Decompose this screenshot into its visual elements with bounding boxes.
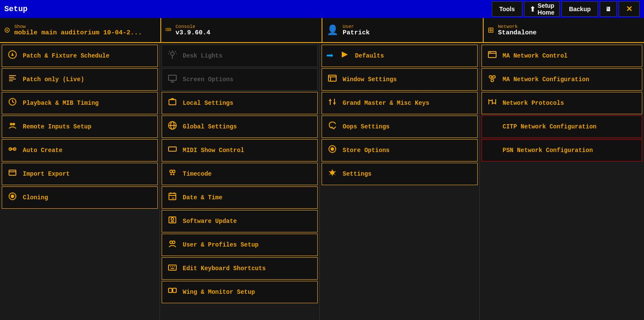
svg-marker-1 xyxy=(11,52,14,56)
local-settings-label: Local Settings xyxy=(183,100,233,107)
midi-show-control-button[interactable]: MIDI Show Control xyxy=(162,139,318,162)
patch-only-button[interactable]: Patch only (Live) xyxy=(2,68,158,91)
import-export-icon xyxy=(6,168,18,180)
window-settings-button[interactable]: Window Settings xyxy=(322,68,478,91)
user-cell: 👤 User Patrick xyxy=(322,18,484,42)
svg-rect-14 xyxy=(9,170,16,175)
timecode-icon xyxy=(166,168,178,180)
network-protocols-label: Network Protocols xyxy=(503,100,564,107)
keyboard-shortcuts-icon xyxy=(166,262,178,274)
grand-master-button[interactable]: Grand Master & Misc Keys xyxy=(322,92,478,114)
cloning-icon xyxy=(6,192,18,204)
oops-settings-button[interactable]: Oops Settings xyxy=(322,116,478,138)
info-bar: ⊙ Show mobile main auditorium 10-04-2...… xyxy=(0,18,644,43)
auto-create-icon xyxy=(6,144,18,156)
svg-point-41 xyxy=(173,174,175,175)
console-value: v3.9.60.4 xyxy=(175,29,210,37)
auto-create-label: Auto Create xyxy=(23,147,62,154)
svg-point-74 xyxy=(493,76,495,78)
user-profiles-icon xyxy=(166,239,178,251)
grand-master-icon xyxy=(326,97,338,109)
ma-network-control-label: MA Network Control xyxy=(503,52,567,59)
network-icon: ⊞ xyxy=(488,24,494,36)
network-protocols-icon xyxy=(486,97,498,109)
svg-marker-29 xyxy=(169,98,176,100)
main-grid: Patch & Fixture SchedulePatch only (Live… xyxy=(0,43,644,320)
psn-network-button[interactable]: PSN Network Configuration xyxy=(481,139,642,162)
svg-text:31: 31 xyxy=(172,197,175,200)
timecode-label: Timecode xyxy=(183,171,212,177)
column-4: MA Network ControlMA Network Configurati… xyxy=(480,43,644,320)
defaults-label: Defaults xyxy=(355,52,384,59)
global-settings-label: Global Settings xyxy=(183,123,237,130)
remote-inputs-icon xyxy=(6,121,18,133)
screen-options-icon xyxy=(166,73,178,85)
svg-point-75 xyxy=(491,79,494,82)
software-update-label: Software Update xyxy=(183,218,237,225)
svg-point-10 xyxy=(12,123,15,125)
global-settings-button[interactable]: Global Settings xyxy=(162,116,318,138)
citp-network-button[interactable]: CITP Network Configuration xyxy=(481,116,642,138)
playback-mib-button[interactable]: Playback & MIB Timing xyxy=(2,92,158,114)
cloning-label: Cloning xyxy=(23,194,48,201)
backup-button[interactable]: Backup xyxy=(561,1,598,17)
timecode-button[interactable]: Timecode xyxy=(162,163,318,185)
psn-network-label: PSN Network Configuration xyxy=(503,147,593,154)
desk-lights-button[interactable]: Desk Lights xyxy=(162,45,318,67)
ma-network-control-button[interactable]: MA Network Control xyxy=(481,45,642,67)
user-icon: 👤 xyxy=(327,24,338,36)
import-export-button[interactable]: Import Export xyxy=(2,163,158,185)
svg-line-23 xyxy=(169,51,170,52)
svg-point-18 xyxy=(171,52,174,55)
oops-settings-icon xyxy=(326,121,338,133)
show-cell: ⊙ Show mobile main auditorium 10-04-2... xyxy=(0,18,161,42)
svg-point-39 xyxy=(172,170,175,173)
network-cell: ⊞ Network Standalone xyxy=(484,18,644,42)
store-options-label: Store Options xyxy=(343,147,389,154)
svg-point-73 xyxy=(489,76,492,78)
tools-button[interactable]: Tools xyxy=(492,1,522,17)
store-options-icon xyxy=(326,144,338,156)
wing-monitor-label: Wing & Monitor Setup xyxy=(183,289,255,296)
svg-rect-33 xyxy=(169,147,176,151)
ma-network-config-button[interactable]: MA Network Configuration xyxy=(481,68,642,91)
settings-button[interactable]: Settings xyxy=(322,163,478,185)
console-icon: ⌨ xyxy=(166,24,171,36)
show-icon: ⊙ xyxy=(4,24,10,36)
svg-point-40 xyxy=(170,174,172,175)
remote-inputs-button[interactable]: Remote Inputs Setup xyxy=(2,116,158,138)
defaults-button[interactable]: ➡Defaults xyxy=(322,45,478,67)
wing-monitor-icon xyxy=(166,286,178,298)
defaults-icon xyxy=(339,50,351,62)
oops-settings-label: Oops Settings xyxy=(343,123,389,130)
arrow-indicator: ➡ xyxy=(326,49,334,63)
console-cell: ⌨ Console v3.9.60.4 xyxy=(161,18,322,42)
monitor-button[interactable]: 🖥 xyxy=(600,1,617,17)
svg-rect-58 xyxy=(173,288,176,293)
screen-options-button[interactable]: Screen Options xyxy=(162,68,318,91)
wing-monitor-button[interactable]: Wing & Monitor Setup xyxy=(162,281,318,303)
software-update-button[interactable]: Software Update xyxy=(162,210,318,232)
user-profiles-button[interactable]: User & Profiles Setup xyxy=(162,234,318,256)
upload-icon: ⬆ xyxy=(530,5,535,13)
remote-inputs-label: Remote Inputs Setup xyxy=(23,123,92,130)
user-profiles-label: User & Profiles Setup xyxy=(183,241,258,248)
keyboard-shortcuts-label: Edit Keyboard Shortcuts xyxy=(183,265,266,272)
store-options-button[interactable]: Store Options xyxy=(322,139,478,162)
network-protocols-button[interactable]: Network Protocols xyxy=(481,92,642,114)
date-time-button[interactable]: 31Date & Time xyxy=(162,186,318,209)
playback-mib-label: Playback & MIB Timing xyxy=(23,100,98,107)
setup-home-button[interactable]: ⬆ Setup Home xyxy=(524,1,560,17)
local-settings-button[interactable]: Local Settings xyxy=(162,92,318,114)
keyboard-shortcuts-button[interactable]: Edit Keyboard Shortcuts xyxy=(162,257,318,280)
console-label: Console xyxy=(175,24,210,29)
date-time-icon: 31 xyxy=(166,192,178,204)
grand-master-label: Grand Master & Misc Keys xyxy=(343,100,429,107)
cloning-button[interactable]: Cloning xyxy=(2,186,158,209)
auto-create-button[interactable]: Auto Create xyxy=(2,139,158,162)
patch-fixture-button[interactable]: Patch & Fixture Schedule xyxy=(2,45,158,67)
network-value: Standalone xyxy=(498,29,537,37)
patch-fixture-icon xyxy=(6,50,18,62)
close-button[interactable]: ✕ xyxy=(619,1,640,17)
midi-show-control-icon xyxy=(166,144,178,156)
